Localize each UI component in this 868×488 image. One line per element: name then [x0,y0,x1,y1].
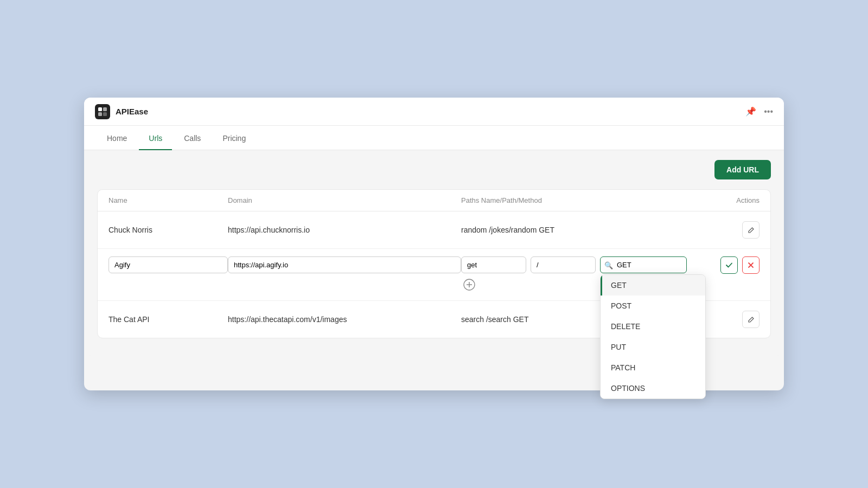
row-name-edit [108,256,228,273]
row-domain: https://api.thecatapi.com/v1/images [228,315,461,324]
path-path-input[interactable] [531,256,596,273]
domain-input[interactable] [228,256,461,273]
col-name: Name [108,196,228,204]
table-row: Chuck Norris https://api.chucknorris.io … [98,211,770,249]
dropdown-option-get[interactable]: GET [601,275,705,296]
svg-rect-1 [103,107,107,111]
table-header: Name Domain Paths Name/Path/Method Actio… [98,190,770,211]
table-row: 🔍 GET POST DELETE PUT PATCH OPTIONS [98,249,770,301]
name-input[interactable] [108,256,228,273]
paths-edit-cell: 🔍 GET POST DELETE PUT PATCH OPTIONS [461,256,694,293]
nav-item-calls[interactable]: Calls [174,126,210,150]
app-logo [95,104,110,119]
col-actions: Actions [694,196,760,204]
svg-rect-0 [98,107,102,111]
svg-rect-3 [103,112,107,116]
svg-rect-2 [98,112,102,116]
edit-button[interactable] [742,311,760,328]
paths-inputs-row: 🔍 GET POST DELETE PUT PATCH OPTIONS [461,256,694,273]
row-actions-editing [694,256,760,274]
dropdown-option-put[interactable]: PUT [601,337,705,357]
app-title: APIEase [116,107,148,116]
row-domain-edit [228,256,461,273]
add-path-button[interactable] [461,277,477,293]
col-paths: Paths Name/Path/Method [461,196,694,204]
more-icon[interactable]: ••• [764,107,773,117]
row-name: The Cat API [108,315,228,324]
cancel-button[interactable] [742,256,760,274]
path-name-input[interactable] [461,256,526,273]
row-paths: random /jokes/random GET [461,226,694,234]
row-actions [694,221,760,239]
pin-icon[interactable]: 📌 [745,106,756,117]
row-domain: https://api.chucknorris.io [228,226,461,234]
method-input-wrapper: 🔍 GET POST DELETE PUT PATCH OPTIONS [600,256,687,273]
col-domain: Domain [228,196,461,204]
method-dropdown: GET POST DELETE PUT PATCH OPTIONS [600,274,706,399]
urls-table: Name Domain Paths Name/Path/Method Actio… [97,189,771,338]
edit-button[interactable] [742,221,760,239]
confirm-button[interactable] [720,256,738,274]
method-input[interactable] [600,256,687,273]
toolbar: Add URL [97,160,771,179]
navbar: Home Urls Calls Pricing [84,126,784,150]
add-url-button[interactable]: Add URL [714,160,771,179]
row-name: Chuck Norris [108,226,228,234]
nav-item-pricing[interactable]: Pricing [213,126,256,150]
dropdown-option-patch[interactable]: PATCH [601,357,705,378]
dropdown-option-post[interactable]: POST [601,296,705,316]
nav-item-urls[interactable]: Urls [139,126,172,150]
nav-item-home[interactable]: Home [97,126,137,150]
dropdown-option-delete[interactable]: DELETE [601,316,705,337]
main-content: Add URL Name Domain Paths Name/Path/Meth… [84,150,784,356]
dropdown-option-options[interactable]: OPTIONS [601,378,705,399]
